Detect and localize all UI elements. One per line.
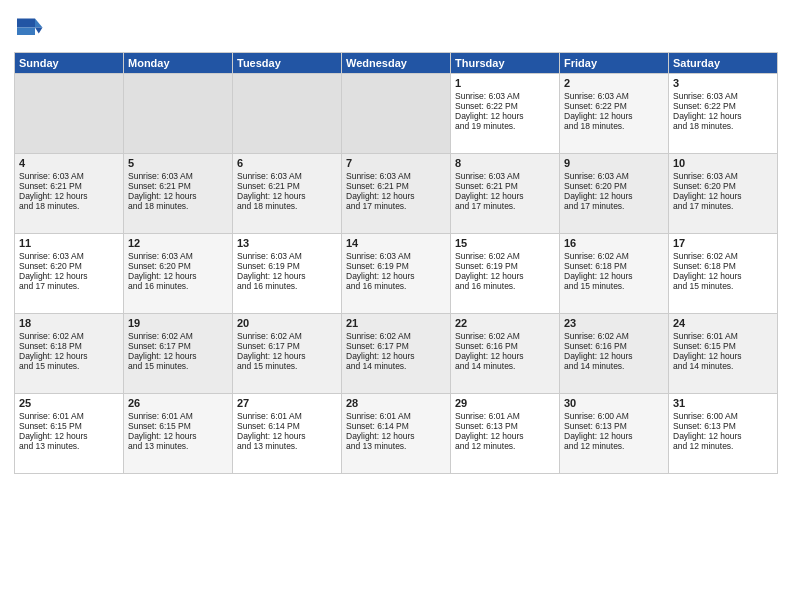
day-number: 26: [128, 397, 228, 409]
cell-text: and 18 minutes.: [237, 201, 337, 211]
weekday-header-wednesday: Wednesday: [342, 53, 451, 74]
week-row-0: 1Sunrise: 6:03 AMSunset: 6:22 PMDaylight…: [15, 74, 778, 154]
week-row-1: 4Sunrise: 6:03 AMSunset: 6:21 PMDaylight…: [15, 154, 778, 234]
cell-text: Sunset: 6:22 PM: [564, 101, 664, 111]
cell-text: and 13 minutes.: [237, 441, 337, 451]
cell-text: Sunrise: 6:01 AM: [673, 331, 773, 341]
calendar-cell: 20Sunrise: 6:02 AMSunset: 6:17 PMDayligh…: [233, 314, 342, 394]
cell-text: and 16 minutes.: [237, 281, 337, 291]
cell-text: and 13 minutes.: [19, 441, 119, 451]
cell-text: Sunrise: 6:03 AM: [455, 91, 555, 101]
cell-text: Daylight: 12 hours: [673, 111, 773, 121]
day-number: 6: [237, 157, 337, 169]
calendar-cell: 30Sunrise: 6:00 AMSunset: 6:13 PMDayligh…: [560, 394, 669, 474]
calendar-cell: 28Sunrise: 6:01 AMSunset: 6:14 PMDayligh…: [342, 394, 451, 474]
week-row-3: 18Sunrise: 6:02 AMSunset: 6:18 PMDayligh…: [15, 314, 778, 394]
day-number: 13: [237, 237, 337, 249]
cell-text: Sunset: 6:15 PM: [128, 421, 228, 431]
cell-text: and 12 minutes.: [455, 441, 555, 451]
cell-text: Sunset: 6:14 PM: [346, 421, 446, 431]
cell-text: Sunrise: 6:03 AM: [564, 91, 664, 101]
calendar-cell: 22Sunrise: 6:02 AMSunset: 6:16 PMDayligh…: [451, 314, 560, 394]
cell-text: Sunset: 6:20 PM: [673, 181, 773, 191]
cell-text: Sunset: 6:18 PM: [19, 341, 119, 351]
calendar-cell: 19Sunrise: 6:02 AMSunset: 6:17 PMDayligh…: [124, 314, 233, 394]
cell-text: Sunrise: 6:03 AM: [564, 171, 664, 181]
calendar-cell: 17Sunrise: 6:02 AMSunset: 6:18 PMDayligh…: [669, 234, 778, 314]
cell-text: Sunset: 6:21 PM: [237, 181, 337, 191]
calendar-page: SundayMondayTuesdayWednesdayThursdayFrid…: [0, 0, 792, 612]
cell-text: Sunset: 6:22 PM: [455, 101, 555, 111]
calendar-cell: 10Sunrise: 6:03 AMSunset: 6:20 PMDayligh…: [669, 154, 778, 234]
svg-marker-0: [35, 19, 43, 28]
cell-text: Daylight: 12 hours: [237, 271, 337, 281]
week-row-4: 25Sunrise: 6:01 AMSunset: 6:15 PMDayligh…: [15, 394, 778, 474]
cell-text: Daylight: 12 hours: [455, 191, 555, 201]
cell-text: Sunrise: 6:03 AM: [455, 171, 555, 181]
cell-text: Daylight: 12 hours: [346, 431, 446, 441]
day-number: 24: [673, 317, 773, 329]
day-number: 3: [673, 77, 773, 89]
calendar-cell: 3Sunrise: 6:03 AMSunset: 6:22 PMDaylight…: [669, 74, 778, 154]
cell-text: Sunrise: 6:00 AM: [673, 411, 773, 421]
cell-text: Sunset: 6:15 PM: [673, 341, 773, 351]
cell-text: Sunrise: 6:02 AM: [455, 331, 555, 341]
cell-text: Sunrise: 6:02 AM: [673, 251, 773, 261]
calendar-cell: 31Sunrise: 6:00 AMSunset: 6:13 PMDayligh…: [669, 394, 778, 474]
cell-text: Sunset: 6:21 PM: [455, 181, 555, 191]
day-number: 25: [19, 397, 119, 409]
cell-text: Sunset: 6:20 PM: [19, 261, 119, 271]
cell-text: and 18 minutes.: [564, 121, 664, 131]
cell-text: Sunset: 6:18 PM: [673, 261, 773, 271]
cell-text: and 14 minutes.: [346, 361, 446, 371]
day-number: 2: [564, 77, 664, 89]
day-number: 29: [455, 397, 555, 409]
cell-text: Sunrise: 6:02 AM: [19, 331, 119, 341]
cell-text: Daylight: 12 hours: [673, 271, 773, 281]
calendar-cell: 24Sunrise: 6:01 AMSunset: 6:15 PMDayligh…: [669, 314, 778, 394]
day-number: 5: [128, 157, 228, 169]
day-number: 14: [346, 237, 446, 249]
cell-text: Daylight: 12 hours: [346, 351, 446, 361]
day-number: 1: [455, 77, 555, 89]
calendar-cell: 12Sunrise: 6:03 AMSunset: 6:20 PMDayligh…: [124, 234, 233, 314]
cell-text: Sunrise: 6:03 AM: [237, 171, 337, 181]
cell-text: Daylight: 12 hours: [673, 191, 773, 201]
day-number: 21: [346, 317, 446, 329]
cell-text: Daylight: 12 hours: [564, 111, 664, 121]
calendar-table: SundayMondayTuesdayWednesdayThursdayFrid…: [14, 52, 778, 474]
cell-text: Sunrise: 6:03 AM: [19, 251, 119, 261]
day-number: 9: [564, 157, 664, 169]
cell-text: Sunrise: 6:02 AM: [346, 331, 446, 341]
cell-text: and 18 minutes.: [128, 201, 228, 211]
cell-text: Sunset: 6:19 PM: [455, 261, 555, 271]
cell-text: Sunrise: 6:03 AM: [19, 171, 119, 181]
cell-text: Sunrise: 6:03 AM: [128, 251, 228, 261]
cell-text: and 15 minutes.: [237, 361, 337, 371]
calendar-cell: 1Sunrise: 6:03 AMSunset: 6:22 PMDaylight…: [451, 74, 560, 154]
svg-rect-2: [17, 19, 35, 28]
day-number: 4: [19, 157, 119, 169]
cell-text: Sunrise: 6:01 AM: [455, 411, 555, 421]
cell-text: and 17 minutes.: [346, 201, 446, 211]
cell-text: Sunset: 6:16 PM: [564, 341, 664, 351]
calendar-cell: 5Sunrise: 6:03 AMSunset: 6:21 PMDaylight…: [124, 154, 233, 234]
calendar-cell: 11Sunrise: 6:03 AMSunset: 6:20 PMDayligh…: [15, 234, 124, 314]
day-number: 22: [455, 317, 555, 329]
cell-text: Sunrise: 6:03 AM: [346, 171, 446, 181]
cell-text: Sunrise: 6:01 AM: [237, 411, 337, 421]
cell-text: Sunset: 6:13 PM: [673, 421, 773, 431]
cell-text: Sunrise: 6:03 AM: [128, 171, 228, 181]
calendar-cell: 6Sunrise: 6:03 AMSunset: 6:21 PMDaylight…: [233, 154, 342, 234]
cell-text: and 15 minutes.: [19, 361, 119, 371]
day-number: 28: [346, 397, 446, 409]
cell-text: Daylight: 12 hours: [19, 271, 119, 281]
day-number: 7: [346, 157, 446, 169]
cell-text: Daylight: 12 hours: [455, 111, 555, 121]
calendar-cell: [233, 74, 342, 154]
cell-text: Sunrise: 6:02 AM: [564, 251, 664, 261]
cell-text: Sunset: 6:22 PM: [673, 101, 773, 111]
calendar-cell: 14Sunrise: 6:03 AMSunset: 6:19 PMDayligh…: [342, 234, 451, 314]
cell-text: and 16 minutes.: [346, 281, 446, 291]
cell-text: and 16 minutes.: [128, 281, 228, 291]
